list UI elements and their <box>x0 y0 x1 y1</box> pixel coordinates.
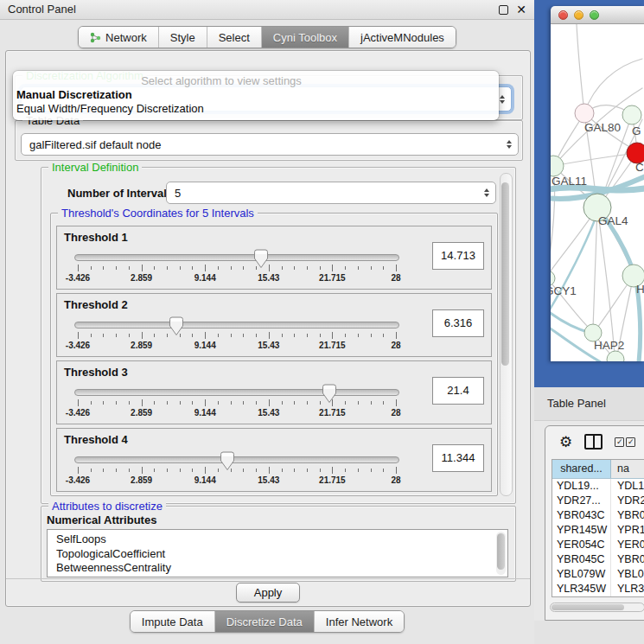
minimize-traffic-light-icon[interactable] <box>574 10 583 20</box>
cell-shared-name[interactable]: YIL052C <box>552 596 611 597</box>
cell-shared-name[interactable]: YPR145W <box>552 523 611 538</box>
tab-impute-data[interactable]: Impute Data <box>131 611 214 632</box>
tab-jactivemnodules[interactable]: jActiveMNodules <box>348 27 456 48</box>
tick-mark <box>103 401 104 405</box>
numerical-attributes-list[interactable]: SelfLoopsTopologicalCoefficientBetweenne… <box>47 529 508 577</box>
network-edge[interactable] <box>577 24 584 113</box>
table-data-combo[interactable]: galFiltered.sif default node <box>21 133 519 156</box>
table-row[interactable]: YBR043CYBR0 <box>552 508 644 523</box>
attribute-item-topologicalcoefficient[interactable]: TopologicalCoefficient <box>56 547 507 562</box>
settings-gear-icon[interactable]: ⚙ <box>559 435 572 450</box>
slider-handle[interactable] <box>322 384 337 404</box>
node-attribute-table[interactable]: shared...naYDL19...YDL1YDR27...YDR2YBR04… <box>552 459 644 597</box>
cell-name[interactable]: YBL0 <box>611 567 644 582</box>
cell-shared-name[interactable]: YBR045C <box>552 552 611 567</box>
tick-mark <box>142 399 143 406</box>
slider-handle[interactable] <box>253 249 269 269</box>
cell-name[interactable]: YDR2 <box>611 494 644 508</box>
cell-shared-name[interactable]: YLR345W <box>552 582 611 596</box>
threshold-value-field[interactable]: 11.344 <box>432 444 484 472</box>
scrollbar-thumb[interactable] <box>501 182 509 366</box>
table-row[interactable]: YBL079WYBL0 <box>552 567 644 582</box>
tick-mark <box>116 334 117 337</box>
cell-name[interactable]: YBR0 <box>611 552 644 567</box>
vertical-scrollbar[interactable] <box>500 173 513 496</box>
tick-mark <box>180 266 181 270</box>
number-of-intervals-combo[interactable]: 5 <box>166 182 496 204</box>
tick-label: 15.43 <box>258 475 279 485</box>
scrollbar-thumb[interactable] <box>497 533 505 570</box>
tick-mark <box>332 265 333 271</box>
threshold-slider[interactable]: -3.4262.8599.14415.4321.71528 <box>74 451 399 489</box>
algorithm-option-equal-width-frequency-discretization[interactable]: Equal Width/Frequency Discretization <box>13 102 499 116</box>
table-row[interactable]: YER054CYER0 <box>552 538 644 552</box>
cell-name[interactable]: YLR3 <box>611 582 644 596</box>
scrollbar-thumb[interactable] <box>552 604 624 610</box>
threshold-value-field[interactable]: 6.316 <box>432 309 484 337</box>
tab-infer-network[interactable]: Infer Network <box>314 611 404 632</box>
cell-name[interactable]: YDL1 <box>611 479 644 494</box>
cell-shared-name[interactable]: YDR27... <box>552 494 611 508</box>
node-label-gal80: GAL80 <box>584 121 621 134</box>
tab-network[interactable]: Network <box>79 27 158 48</box>
tick-mark <box>383 334 384 337</box>
node-gal80[interactable] <box>575 104 594 123</box>
cell-name[interactable]: YBR0 <box>611 508 644 523</box>
zoom-traffic-light-icon[interactable] <box>590 10 599 20</box>
show-columns-icon[interactable]: ✓✓ <box>615 437 635 447</box>
float-window-icon[interactable] <box>499 5 508 15</box>
tick-mark <box>78 265 79 271</box>
tick-mark <box>282 401 283 405</box>
apply-button[interactable]: Apply <box>236 583 301 603</box>
cell-name[interactable]: YER0 <box>611 538 644 552</box>
table-row[interactable]: YPR145WYPR1 <box>552 523 644 538</box>
table-row[interactable]: YDR27...YDR2 <box>552 494 644 508</box>
horizontal-scrollbar[interactable] <box>550 603 644 612</box>
threshold-slider[interactable]: -3.4262.8599.14415.4321.71528 <box>74 384 399 422</box>
threshold-value-field[interactable]: 21.4 <box>432 377 484 405</box>
threshold-slider[interactable]: -3.4262.8599.14415.4321.71528 <box>74 249 399 287</box>
tick-mark <box>142 332 143 339</box>
threshold-value-field[interactable]: 14.713 <box>432 242 484 270</box>
tab-discretize-data[interactable]: Discretize Data <box>214 611 314 632</box>
close-traffic-light-icon[interactable] <box>558 10 568 20</box>
table-row[interactable]: YBR045CYBR0 <box>552 552 644 567</box>
split-view-icon[interactable] <box>584 434 603 450</box>
tab-select[interactable]: Select <box>207 27 261 48</box>
column-header-1[interactable]: shared... <box>552 460 611 478</box>
tab-style[interactable]: Style <box>158 27 207 48</box>
table-row[interactable]: YDL19...YDL1 <box>552 479 644 494</box>
cell-shared-name[interactable]: YDL19... <box>552 479 611 494</box>
threshold-slider[interactable]: -3.4262.8599.14415.4321.71528 <box>74 316 399 354</box>
cell-name[interactable]: YPR1 <box>611 523 644 538</box>
cell-shared-name[interactable]: YBR043C <box>552 508 611 523</box>
slider-handle[interactable] <box>220 451 235 471</box>
column-header-2[interactable]: na <box>611 460 644 478</box>
slider-handle[interactable] <box>169 316 184 336</box>
network-canvas[interactable]: GAL80GCGAL11GAL4GCY1HHAP2 <box>551 24 644 361</box>
threshold-row-3: Threshold 3-3.4262.8599.14415.4321.71528… <box>56 360 492 424</box>
node-label-gal4: GAL4 <box>598 214 628 227</box>
tab-label: jActiveMNodules <box>360 31 444 44</box>
table-row[interactable]: YLR345WYLR3 <box>552 582 644 596</box>
tick-mark <box>358 334 359 337</box>
tab-cyni-toolbox[interactable]: Cyni Toolbox <box>261 27 348 48</box>
network-edge[interactable] <box>551 309 590 333</box>
cell-shared-name[interactable]: YER054C <box>552 538 611 552</box>
tick-mark <box>180 401 181 405</box>
threshold-label: Threshold 2 <box>64 298 128 311</box>
tick-mark <box>129 266 130 270</box>
cell-name[interactable]: YIL0 <box>611 596 644 597</box>
attribute-item-betweennesscentrality[interactable]: BetweennessCentrality <box>56 561 507 576</box>
node-unlabeled-top[interactable] <box>622 105 641 124</box>
algorithm-option-manual-discretization[interactable]: Manual Discretization <box>13 88 499 102</box>
table-row[interactable]: YIL052CYIL0 <box>552 596 644 597</box>
network-edge[interactable] <box>551 188 644 190</box>
vertical-scrollbar[interactable] <box>496 532 506 575</box>
cell-shared-name[interactable]: YBL079W <box>552 567 611 582</box>
network-edge[interactable] <box>584 59 642 113</box>
attribute-item-selfloops[interactable]: SelfLoops <box>56 532 507 547</box>
tick-mark <box>371 334 372 337</box>
close-icon[interactable]: ✕ <box>516 0 526 19</box>
network-edge[interactable] <box>551 211 598 316</box>
